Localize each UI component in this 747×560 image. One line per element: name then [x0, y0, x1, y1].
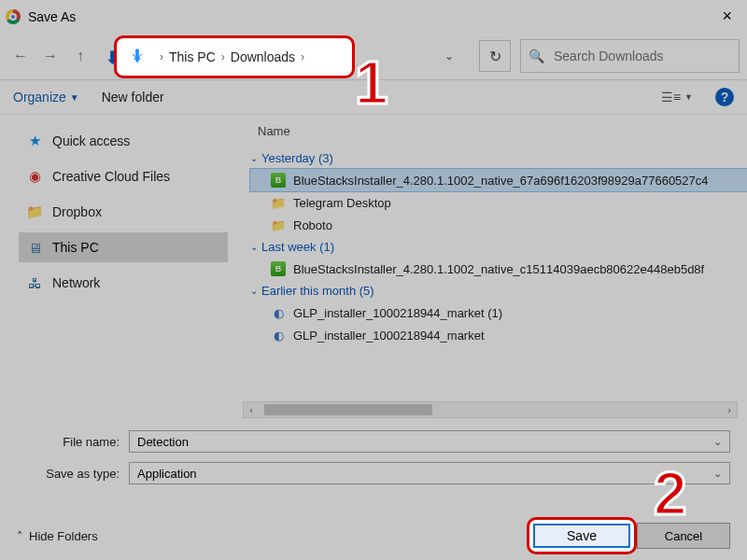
file-row[interactable]: 📁 Roboto [250, 214, 747, 236]
refresh-button[interactable]: ↻ [479, 40, 511, 72]
save-button-label: Save [567, 528, 597, 543]
scrollbar-thumb[interactable] [264, 404, 432, 415]
chevron-down-icon[interactable]: ⌄ [713, 436, 722, 448]
sidebar-item-network[interactable]: 🖧 Network [19, 268, 228, 298]
new-folder-button[interactable]: New folder [102, 90, 164, 105]
hide-folders-toggle[interactable]: ˄ Hide Folders [17, 529, 98, 543]
breadcrumb-dropdown-icon[interactable]: ⌄ [437, 49, 461, 63]
organize-menu[interactable]: Organize ▼ [13, 90, 79, 105]
sidebar-item-quick-access[interactable]: ★ Quick access [19, 126, 228, 156]
sidebar: ★ Quick access ◉ Creative Cloud Files 📁 … [0, 115, 233, 418]
search-icon: 🔍 [529, 49, 544, 63]
chevron-down-icon: ⌄ [250, 153, 258, 163]
annotation-callout-1: 1 [355, 49, 388, 118]
hide-folders-label: Hide Folders [29, 529, 98, 543]
close-icon[interactable]: × [712, 3, 741, 30]
file-name-input[interactable]: Detection ⌄ [129, 430, 730, 453]
network-icon: 🖧 [26, 274, 43, 291]
main-area: ★ Quick access ◉ Creative Cloud Files 📁 … [0, 115, 747, 418]
sidebar-item-dropbox[interactable]: 📁 Dropbox [19, 197, 228, 227]
sidebar-item-creative-cloud[interactable]: ◉ Creative Cloud Files [19, 161, 228, 191]
help-button[interactable]: ? [715, 88, 734, 106]
file-row[interactable]: ◐ GLP_installer_1000218944_market (1) [250, 301, 747, 324]
view-options-button[interactable]: ☰≡ ▼ [661, 90, 693, 105]
chevron-down-icon: ▼ [684, 92, 693, 102]
search-input[interactable] [552, 48, 731, 64]
file-row[interactable]: ◐ GLP_installer_1000218944_market [250, 324, 747, 346]
star-icon: ★ [26, 133, 43, 149]
annotation-callout-2: 2 [654, 459, 687, 528]
scroll-right-icon[interactable]: › [722, 404, 737, 415]
up-button[interactable]: ↑ [67, 43, 93, 69]
installer-icon: ◐ [271, 328, 286, 343]
scroll-left-icon[interactable]: ‹ [244, 404, 259, 415]
creative-cloud-icon: ◉ [26, 168, 43, 185]
file-pane: Name ⌄ Yesterday (3) B BlueStacksInstall… [233, 115, 747, 418]
chrome-icon [6, 9, 21, 24]
forward-button[interactable]: → [37, 43, 63, 69]
save-type-label: Save as type: [17, 467, 129, 481]
bluestacks-icon: B [271, 261, 286, 276]
installer-icon: ◐ [271, 305, 286, 320]
chevron-down-icon: ▼ [70, 92, 79, 103]
sidebar-item-label: Quick access [52, 133, 130, 148]
breadcrumb-item[interactable]: This PC [169, 49, 216, 64]
chevron-right-icon: › [160, 50, 163, 63]
group-header[interactable]: ⌄ Last week (1) [250, 236, 747, 258]
list-view-icon: ☰≡ [661, 90, 681, 105]
title-bar: Save As × [0, 0, 747, 33]
save-type-select[interactable]: Application ⌄ [129, 462, 730, 484]
group-label-text: Earlier this month (5) [261, 284, 374, 298]
group-header[interactable]: ⌄ Earlier this month (5) [250, 280, 747, 301]
file-name: Telegram Desktop [293, 196, 391, 210]
bluestacks-icon: B [271, 173, 286, 188]
file-row[interactable]: B BlueStacksInstaller_4.280.1.1002_nativ… [250, 258, 747, 280]
group-label-text: Last week (1) [261, 240, 334, 254]
file-name: GLP_installer_1000218944_market [293, 329, 485, 343]
sidebar-item-label: Dropbox [52, 204, 102, 219]
folder-icon: 📁 [271, 217, 286, 232]
file-row[interactable]: 📁 Telegram Desktop [250, 191, 747, 214]
file-name: Roboto [293, 218, 332, 232]
save-button[interactable]: Save [533, 524, 630, 548]
annotation-highlight-breadcrumb: › This PC › Downloads › [114, 35, 355, 78]
form-area: File name: Detection ⌄ Save as type: App… [0, 418, 747, 487]
folder-icon: 📁 [26, 203, 43, 220]
sidebar-item-this-pc[interactable]: 🖥 This PC [19, 232, 228, 262]
file-name: BlueStacksInstaller_4.280.1.1002_native_… [293, 174, 709, 188]
horizontal-scrollbar[interactable]: ‹ › [243, 401, 738, 418]
column-header-name[interactable]: Name [250, 120, 747, 147]
file-row[interactable]: B BlueStacksInstaller_4.280.1.1002_nativ… [250, 169, 747, 191]
sidebar-item-label: Network [52, 275, 100, 290]
sidebar-item-label: Creative Cloud Files [52, 169, 170, 184]
chevron-right-icon: › [221, 50, 225, 63]
chevron-down-icon[interactable]: ⌄ [713, 468, 722, 480]
chevron-down-icon: ⌄ [250, 286, 258, 296]
search-box[interactable]: 🔍 [520, 39, 740, 73]
chevron-up-icon: ˄ [17, 529, 23, 543]
group-label-text: Yesterday (3) [261, 151, 333, 165]
file-name-value: Detection [137, 435, 189, 449]
chevron-down-icon: ⌄ [250, 242, 258, 252]
svg-rect-0 [135, 49, 139, 59]
folder-icon: 📁 [271, 195, 286, 210]
chevron-right-icon: › [301, 50, 304, 63]
pc-icon: 🖥 [26, 239, 43, 256]
sidebar-item-label: This PC [52, 240, 99, 255]
location-arrow-icon [126, 46, 148, 68]
file-name: BlueStacksInstaller_4.280.1.1002_native_… [293, 262, 704, 276]
cancel-button-label: Cancel [665, 529, 702, 543]
back-button[interactable]: ← [7, 43, 34, 69]
organize-label: Organize [13, 90, 66, 105]
file-name: GLP_installer_1000218944_market (1) [293, 306, 502, 320]
annotation-highlight-save: Save [527, 517, 637, 554]
save-type-value: Application [137, 467, 197, 481]
group-header[interactable]: ⌄ Yesterday (3) [250, 147, 747, 169]
file-name-label: File name: [17, 435, 129, 449]
breadcrumb-item[interactable]: Downloads [231, 49, 295, 64]
window-title: Save As [28, 9, 76, 24]
